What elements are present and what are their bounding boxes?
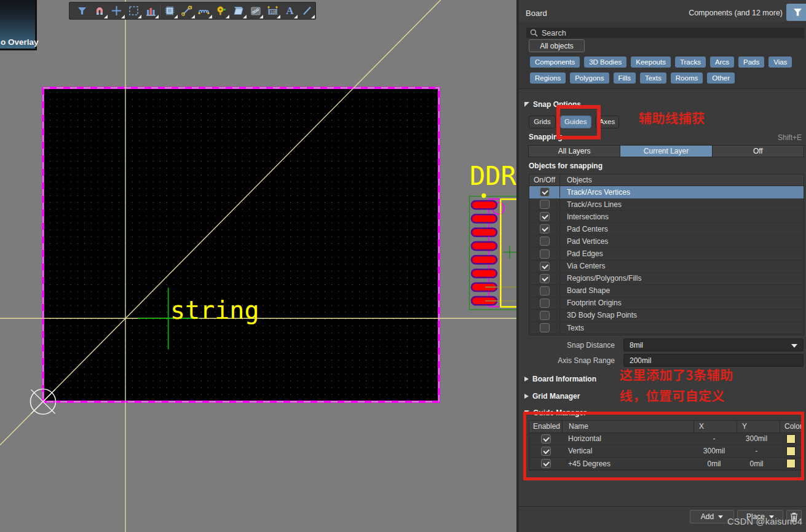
section-collapsed-icon xyxy=(524,377,529,381)
active-bar-toolbar: 10 A xyxy=(69,2,316,20)
checkbox[interactable] xyxy=(540,249,550,259)
snap-object-label: Track/Arcs Lines xyxy=(560,200,622,209)
dropdown-arrow xyxy=(174,15,178,18)
filter-summary-label[interactable]: Components (and 12 more) xyxy=(689,9,783,17)
checkbox[interactable] xyxy=(540,237,550,246)
place-component-button[interactable] xyxy=(161,2,178,19)
checkbox[interactable] xyxy=(540,323,550,332)
axis-snap-range-input[interactable]: 200mil xyxy=(623,354,804,367)
polygon-pour-button[interactable] xyxy=(230,2,247,19)
room-button[interactable] xyxy=(247,2,264,19)
filter-chip-polygons[interactable]: Polygons xyxy=(570,72,609,84)
dimension-button[interactable]: 10 xyxy=(264,2,281,19)
funnel-icon xyxy=(77,6,87,16)
component-bounding-box xyxy=(470,197,520,310)
checkbox[interactable] xyxy=(540,286,550,295)
pcb-canvas[interactable]: string DDR o Overlay xyxy=(0,0,519,532)
snap-magnet-button[interactable] xyxy=(91,2,108,19)
board-information-section-header[interactable]: Board Information xyxy=(524,375,596,383)
snap-grid-dots xyxy=(44,89,438,401)
snap-object-label: Pad Centers xyxy=(560,225,608,233)
snap-object-row[interactable]: Track/Arcs Vertices xyxy=(529,186,804,198)
snap-object-row[interactable]: Pad Edges xyxy=(529,248,804,260)
filter-chip-keepouts[interactable]: Keepouts xyxy=(631,57,671,68)
line-icon xyxy=(302,6,312,16)
snap-object-row[interactable]: 3D Body Snap Points xyxy=(529,310,804,322)
grid-manager-title: Grid Manager xyxy=(532,392,580,401)
checkbox[interactable] xyxy=(540,311,550,320)
dropdown-arrow xyxy=(104,15,108,18)
place-line-button[interactable] xyxy=(298,2,315,19)
snap-object-label: Board Shape xyxy=(560,286,610,295)
dropdown-arrow xyxy=(155,15,159,18)
filter-chip-pads[interactable]: Pads xyxy=(738,57,764,68)
filter-chip-3d-bodies[interactable]: 3D Bodies xyxy=(584,57,626,68)
object-filter-button[interactable] xyxy=(786,4,806,21)
snapping-all-layers-option[interactable]: All Layers xyxy=(529,146,620,157)
snap-object-row[interactable]: Footprint Origins xyxy=(529,297,804,310)
snap-object-label: Pad Vertices xyxy=(560,237,608,246)
checkbox[interactable] xyxy=(540,187,550,197)
checkbox[interactable] xyxy=(540,262,550,271)
snap-grids-button[interactable]: Grids xyxy=(529,115,556,128)
filter-chip-regions[interactable]: Regions xyxy=(530,72,566,84)
filter-chip-components[interactable]: Components xyxy=(530,57,580,68)
snap-object-row[interactable]: Board Shape xyxy=(529,285,804,297)
dropdown-arrow xyxy=(277,15,280,18)
snap-object-label: Footprint Origins xyxy=(560,299,622,307)
snapping-current-layer-option[interactable]: Current Layer xyxy=(620,146,711,157)
grid-manager-section-header[interactable]: Grid Manager xyxy=(524,392,580,401)
origin-crosshair-button[interactable] xyxy=(108,2,125,19)
snap-object-row[interactable]: Track/Arcs Lines xyxy=(529,198,804,211)
checkbox[interactable] xyxy=(540,212,550,221)
snap-distance-dropdown[interactable]: 8mil xyxy=(623,338,804,351)
dropdown-arrow xyxy=(294,15,298,18)
snap-object-row[interactable]: Texts xyxy=(529,322,804,334)
snap-distance-value: 8mil xyxy=(630,341,643,350)
component-designator-text[interactable]: DDR xyxy=(470,163,516,189)
snapping-off-option[interactable]: Off xyxy=(712,146,804,157)
svg-text:A: A xyxy=(286,6,294,16)
component-pads xyxy=(472,201,497,305)
checkbox[interactable] xyxy=(540,274,550,283)
all-objects-button[interactable]: All objects xyxy=(529,39,585,52)
board-information-title: Board Information xyxy=(532,375,596,383)
chevron-down-icon xyxy=(791,344,797,348)
svg-text:10: 10 xyxy=(271,10,275,14)
filter-chip-fills[interactable]: Fills xyxy=(614,72,636,84)
snap-object-row[interactable]: Intersections xyxy=(529,211,804,223)
chevron-down-icon xyxy=(718,515,723,518)
search-placeholder: Search xyxy=(542,29,566,37)
board-shape[interactable] xyxy=(43,88,439,402)
dropdown-arrow xyxy=(208,15,212,18)
silkscreen-string-text[interactable]: string xyxy=(170,298,259,323)
axis-snap-range-value: 200mil xyxy=(630,356,651,365)
object-filter-chips-row2: Regions Polygons Fills Texts Rooms Other xyxy=(530,72,735,84)
checkbox[interactable] xyxy=(540,200,550,209)
funnel-filter-button[interactable] xyxy=(74,2,91,19)
search-input[interactable]: Search xyxy=(526,28,804,38)
annotation-text-note-line1 xyxy=(620,367,734,384)
snap-object-row[interactable]: Pad Centers xyxy=(529,223,804,235)
filter-chip-vias[interactable]: Vias xyxy=(768,57,792,68)
filter-chip-arcs[interactable]: Arcs xyxy=(710,57,734,68)
checkbox[interactable] xyxy=(540,224,550,233)
snap-object-row[interactable]: Via Centers xyxy=(529,260,804,273)
place-via-button[interactable] xyxy=(213,2,230,19)
selection-button[interactable] xyxy=(125,2,143,19)
snap-object-row[interactable]: Regions/Polygons/Fills xyxy=(529,273,804,285)
filter-chip-other[interactable]: Other xyxy=(707,72,735,84)
union-button[interactable] xyxy=(142,2,159,19)
filter-chip-texts[interactable]: Texts xyxy=(640,72,666,84)
snap-object-row[interactable]: Pad Vertices xyxy=(529,235,804,248)
checkbox[interactable] xyxy=(540,299,550,308)
snap-object-label: Intersections xyxy=(560,213,609,221)
differential-pair-button[interactable] xyxy=(196,2,213,19)
place-text-button[interactable]: A xyxy=(281,2,298,19)
filter-chip-tracks[interactable]: Tracks xyxy=(675,57,706,68)
route-button[interactable] xyxy=(178,2,196,19)
panel-title: Board xyxy=(526,9,547,18)
component-footprint[interactable] xyxy=(470,194,520,310)
filter-chip-rooms[interactable]: Rooms xyxy=(671,72,703,84)
annotation-box-guides xyxy=(556,105,601,140)
